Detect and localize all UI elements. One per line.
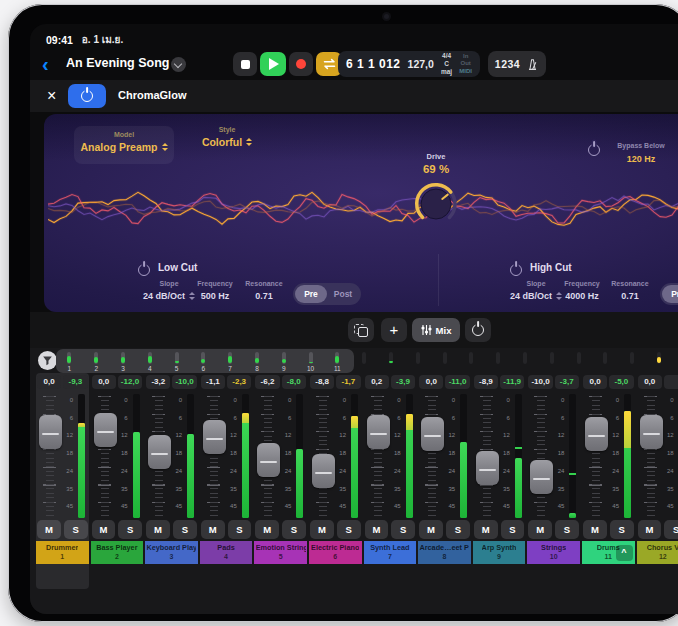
solo-button[interactable]: S [282,520,306,539]
mute-button[interactable]: M [201,520,225,539]
pre-button[interactable]: Pre [295,285,327,303]
fader-handle[interactable] [421,417,444,451]
duplicate-button[interactable] [348,318,374,342]
track-name-label[interactable]: Synth Lead7 [364,541,417,564]
scale-mark: 6 [333,415,346,421]
fader-handle[interactable] [39,415,62,449]
track-name-label[interactable]: Bass Player2 [91,541,144,564]
low-cut-power-icon[interactable] [138,262,150,280]
back-chevron-button[interactable]: ‹ [42,51,49,77]
bypass-power-icon[interactable] [588,142,600,160]
fader-handle[interactable] [94,413,117,447]
add-plugin-button[interactable]: + [381,318,407,342]
stop-icon [241,60,250,69]
mute-button[interactable]: M [255,520,279,539]
scale-mark: 45 [388,503,401,509]
metronome-icon[interactable] [526,58,539,71]
scale-mark: 0 [333,397,346,403]
scale-mark: 24 [278,468,291,474]
fader-handle[interactable] [312,454,335,488]
pre-button[interactable]: Pre [662,285,678,303]
mute-button[interactable]: M [638,520,662,539]
mute-button[interactable]: M [528,520,552,539]
mute-button[interactable]: M [474,520,498,539]
mute-button[interactable]: M [146,520,170,539]
track-name-label[interactable]: Chorus V12 [637,541,678,564]
mixer-power-button[interactable] [465,318,491,342]
fader-ruler [423,396,441,516]
fader-handle[interactable] [367,415,390,449]
lcd-display[interactable]: 6 1 1 012 127,0 4/4 C maj In Out MIDI [338,51,480,77]
power-icon [81,90,93,102]
fader-handle[interactable] [148,435,171,469]
mute-button[interactable]: M [583,520,607,539]
bypass-below-value[interactable]: 120 Hz [606,154,676,164]
solo-button[interactable]: S [446,520,470,539]
track-name-label[interactable]: Drums11^ [582,541,635,564]
song-menu-chevron-icon[interactable] [171,57,186,72]
high-cut-power-icon[interactable] [510,262,522,280]
plugin-power-button[interactable] [68,84,106,108]
channel-strip-7: 0,2-3,9061218243545MSSynth Lead7 [364,373,417,589]
song-title[interactable]: An Evening Song [66,56,169,70]
solo-button[interactable]: S [228,520,252,539]
fader-handle[interactable] [640,415,663,449]
record-button[interactable] [289,52,313,76]
scale-mark: 35 [388,486,401,492]
overview-meter [458,349,485,372]
scale-mark: 45 [333,503,346,509]
track-name-label[interactable]: Drummer1 [36,541,89,564]
scale-mark: 0 [497,397,510,403]
mute-button[interactable]: M [37,520,61,539]
style-selector[interactable]: Style Colorful [182,126,272,148]
post-button[interactable]: Post [327,285,359,303]
fader-handle[interactable] [203,420,226,454]
play-button[interactable] [260,52,286,76]
solo-button[interactable]: S [501,520,525,539]
track-name-label[interactable]: Strings10 [527,541,580,564]
resonance-value[interactable]: 0.71 [602,291,658,301]
play-icon [269,58,279,70]
fader-handle[interactable] [476,451,499,485]
channel-strip-4: -1,1-2,3061218243545MSPads4 [200,373,253,589]
track-name-label[interactable]: Arcade…eet Pad8 [418,541,471,564]
mix-view-button[interactable]: Mix [412,318,460,342]
drive-knob[interactable] [412,180,460,228]
solo-button[interactable]: S [610,520,634,539]
overview-meter: 10 [297,349,324,372]
fader-value: 0,2 [365,375,389,389]
channel-strip-3: -3,2-10,0061218243545MSKeyboard Player3 [145,373,198,589]
collapse-chevron-button[interactable]: ^ [616,545,633,561]
mute-button[interactable]: M [92,520,116,539]
filter-button[interactable] [38,351,57,370]
fader-handle[interactable] [530,460,553,494]
stop-button[interactable] [233,52,257,76]
overview-meter: 11 [324,349,351,372]
solo-button[interactable]: S [173,520,197,539]
mute-button[interactable]: M [419,520,443,539]
track-name-label[interactable]: Emotion Strings5 [254,541,307,564]
solo-button[interactable]: S [64,520,88,539]
fader-handle[interactable] [257,443,280,477]
solo-button[interactable]: S [555,520,579,539]
track-name-label[interactable]: Pads4 [200,541,253,564]
scale-mark: 35 [333,486,346,492]
fader-value: 0,0 [92,375,116,389]
mute-button[interactable]: M [365,520,389,539]
frequency-value[interactable]: 500 Hz [187,291,243,301]
solo-button[interactable]: S [337,520,361,539]
count-in-button[interactable]: 1234 [495,58,520,70]
solo-button[interactable]: S [664,520,678,539]
fader-handle[interactable] [585,417,608,451]
solo-button[interactable]: S [391,520,415,539]
track-name-label[interactable]: Electric Piano6 [309,541,362,564]
mixer-toolbar: + Mix [30,312,678,348]
solo-button[interactable]: S [118,520,142,539]
model-selector[interactable]: Model Analog Preamp [74,126,174,164]
mute-button[interactable]: M [310,520,334,539]
track-name-label[interactable]: Keyboard Player3 [145,541,198,564]
resonance-value[interactable]: 0.71 [236,291,292,301]
close-icon[interactable]: × [47,86,56,106]
track-name-label[interactable]: Arp Synth9 [473,541,526,564]
metronome-group[interactable]: 1234 [488,51,546,77]
